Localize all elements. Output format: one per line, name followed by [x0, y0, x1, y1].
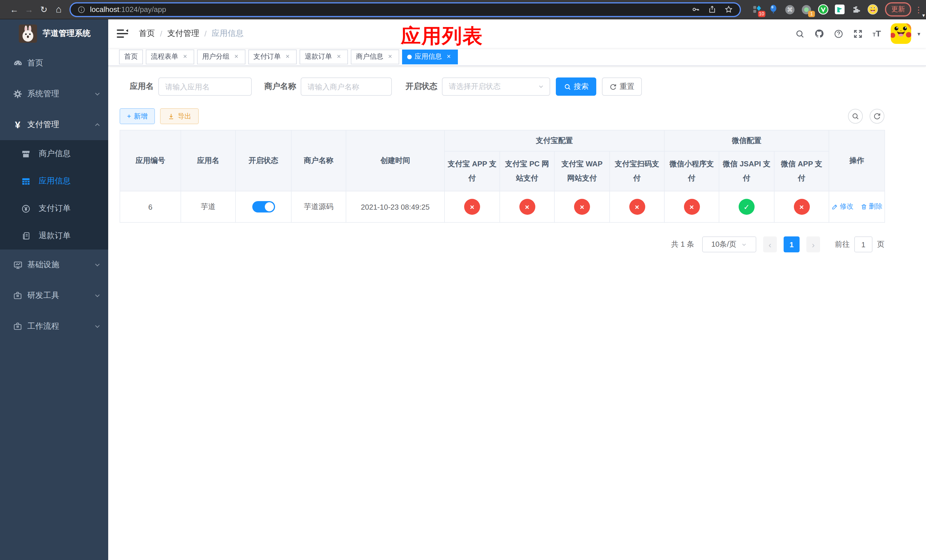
- col-alipay-app: 支付宝 APP 支付: [445, 151, 500, 191]
- extension-command-icon[interactable]: ⌘: [784, 4, 796, 15]
- sidebar-item-home[interactable]: 首页: [0, 48, 108, 79]
- sidebar-item-label: 首页: [27, 58, 43, 68]
- delete-link[interactable]: 删除: [860, 202, 882, 212]
- show-search-button[interactable]: [848, 109, 863, 124]
- page-size-select[interactable]: 10条/页: [702, 236, 756, 252]
- status-cross-icon: ×: [629, 199, 645, 215]
- app-title: 芋道管理系统: [43, 29, 91, 39]
- reset-button[interactable]: 重置: [602, 77, 642, 96]
- github-icon[interactable]: [815, 29, 825, 38]
- refresh-icon: [873, 112, 881, 120]
- sidebar-subitem-label: 应用信息: [39, 176, 71, 186]
- col-created: 创建时间: [346, 130, 445, 191]
- export-button[interactable]: 导出: [160, 108, 199, 124]
- browser-home-icon[interactable]: ⌂: [51, 4, 66, 15]
- sidebar-collapse-icon[interactable]: [116, 29, 129, 39]
- page-1-button[interactable]: 1: [784, 236, 800, 252]
- cell-alipay-app-status: ×: [445, 191, 500, 222]
- sidebar-item-label: 工作流程: [27, 321, 59, 331]
- font-size-icon[interactable]: TT: [873, 29, 881, 38]
- next-page-button[interactable]: ›: [806, 236, 820, 252]
- col-alipay-pc: 支付宝 PC 网站支付: [500, 151, 554, 191]
- browser-reload-icon[interactable]: ↻: [36, 4, 51, 15]
- col-wechat-jsapi: 微信 JSAPI 支付: [719, 151, 774, 191]
- status-select[interactable]: 请选择开启状态: [442, 77, 550, 96]
- breadcrumb-payment[interactable]: 支付管理: [168, 29, 199, 39]
- breadcrumb-home[interactable]: 首页: [139, 29, 155, 39]
- tab-close-icon[interactable]: ×: [335, 53, 343, 61]
- col-alipay-wap: 支付宝 WAP 网站支付: [554, 151, 610, 191]
- edit-link[interactable]: 修改: [831, 202, 853, 212]
- merchant-name-input[interactable]: [301, 77, 392, 96]
- browser-update-button[interactable]: 更新: [885, 2, 911, 17]
- tab-close-icon[interactable]: ×: [284, 53, 292, 61]
- caret-down-icon[interactable]: ▾: [917, 30, 920, 37]
- fullscreen-icon[interactable]: [853, 29, 863, 38]
- col-wechat-mini: 微信小程序支付: [664, 151, 719, 191]
- status-cross-icon: ×: [574, 199, 590, 215]
- password-key-icon[interactable]: [691, 5, 700, 14]
- cell-actions: 修改 删除: [829, 191, 885, 222]
- edit-pencil-icon: [831, 203, 838, 210]
- tab-process-form[interactable]: 流程表单×: [146, 49, 194, 64]
- sidebar-logo[interactable]: 芋道管理系统: [0, 20, 108, 48]
- tab-home[interactable]: 首页: [119, 49, 143, 64]
- url-text: localhost:1024/pay/app: [90, 5, 691, 14]
- group-alipay-config: 支付宝配置: [445, 130, 664, 151]
- tab-close-icon[interactable]: ×: [232, 53, 240, 61]
- goto-label: 前往: [835, 239, 850, 250]
- extension-emoji-icon[interactable]: [867, 4, 878, 15]
- tab-app-info[interactable]: 应用信息×: [402, 49, 458, 64]
- browser-toolbar: ← → ↻ ⌂ localhost:1024/pay/app: [0, 0, 926, 20]
- enabled-toggle[interactable]: [252, 201, 275, 212]
- extension-balloon-icon[interactable]: [768, 4, 779, 15]
- site-info-icon[interactable]: [77, 5, 85, 14]
- extension-flag-icon[interactable]: [834, 4, 845, 15]
- tab-pay-order[interactable]: 支付订单×: [248, 49, 297, 64]
- browser-overflow-caret-icon: ▾: [922, 12, 925, 18]
- cell-app-id: 6: [120, 191, 181, 222]
- sidebar-item-workflow[interactable]: 工作流程: [0, 311, 108, 342]
- search-button[interactable]: 搜索: [556, 77, 596, 96]
- sidebar-item-payment[interactable]: ¥ 支付管理: [0, 109, 108, 140]
- extension-tasks-icon[interactable]: 10: [751, 4, 763, 15]
- trash-icon: [860, 203, 867, 210]
- app-name-input[interactable]: [158, 77, 252, 96]
- pagination: 共 1 条 10条/页 ‹ 1 › 前往 页: [120, 236, 884, 252]
- sidebar-item-system[interactable]: 系统管理: [0, 79, 108, 109]
- sidebar-item-infrastructure[interactable]: 基础设施: [0, 250, 108, 280]
- help-icon[interactable]: [834, 29, 844, 38]
- add-button[interactable]: + 新增: [120, 108, 155, 124]
- tab-close-icon[interactable]: ×: [445, 53, 453, 61]
- search-icon[interactable]: [795, 29, 805, 38]
- chevron-down-icon: [94, 292, 101, 300]
- browser-back-icon[interactable]: ←: [7, 5, 22, 14]
- user-avatar[interactable]: [891, 23, 911, 44]
- goto-page-input[interactable]: [854, 236, 873, 252]
- browser-forward-icon[interactable]: →: [22, 5, 36, 14]
- address-bar[interactable]: localhost:1024/pay/app: [70, 2, 741, 17]
- share-icon[interactable]: [708, 5, 716, 14]
- bookmark-star-icon[interactable]: [725, 5, 733, 14]
- tab-refund-order[interactable]: 退款订单×: [300, 49, 348, 64]
- browser-menu-icon[interactable]: ⋮: [915, 5, 921, 14]
- sidebar-subitem-app-info[interactable]: 应用信息: [0, 168, 108, 195]
- tab-user-group[interactable]: 用户分组×: [197, 49, 245, 64]
- status-cross-icon: ×: [684, 199, 700, 215]
- sidebar-subitem-pay-order[interactable]: 支付订单: [0, 195, 108, 222]
- extension-recorder-icon[interactable]: 1: [801, 4, 812, 15]
- prev-page-button[interactable]: ‹: [763, 236, 777, 252]
- tab-merchant-info[interactable]: 商户信息×: [351, 49, 399, 64]
- breadcrumb-current: 应用信息: [212, 29, 244, 39]
- tab-close-icon[interactable]: ×: [386, 53, 394, 61]
- page-suffix-label: 页: [877, 239, 884, 250]
- sidebar-item-devtools[interactable]: 研发工具: [0, 280, 108, 311]
- extension-v-icon[interactable]: [817, 4, 829, 15]
- extension-puzzle-icon[interactable]: [850, 4, 862, 15]
- refresh-table-button[interactable]: [870, 109, 884, 124]
- sidebar-subitem-merchant-info[interactable]: 商户信息: [0, 140, 108, 168]
- extension-badge: 10: [758, 11, 766, 17]
- tab-close-icon[interactable]: ×: [181, 53, 189, 61]
- sidebar-subitem-refund-order[interactable]: 退款订单: [0, 222, 108, 250]
- col-actions: 操作: [829, 130, 885, 191]
